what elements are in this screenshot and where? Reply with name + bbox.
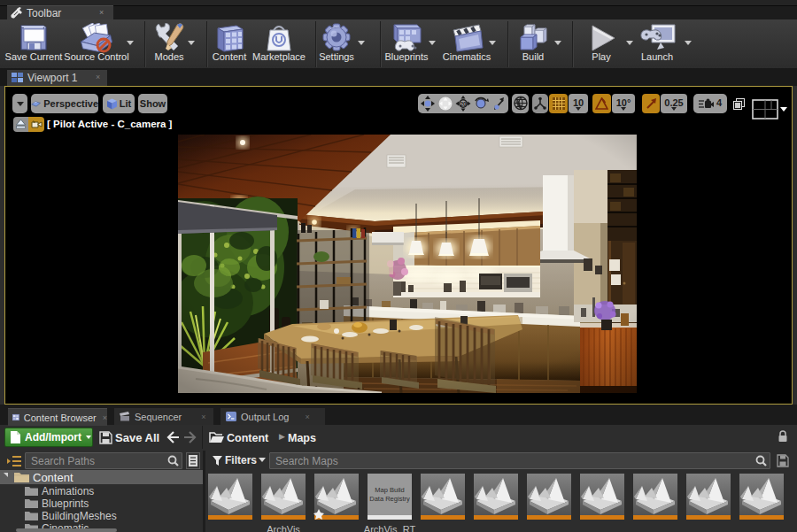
svg-text:Data Registry: Data Registry bbox=[369, 495, 410, 503]
svg-text:Map Build: Map Build bbox=[375, 486, 404, 494]
svg-text:20: 20 bbox=[460, 101, 467, 107]
